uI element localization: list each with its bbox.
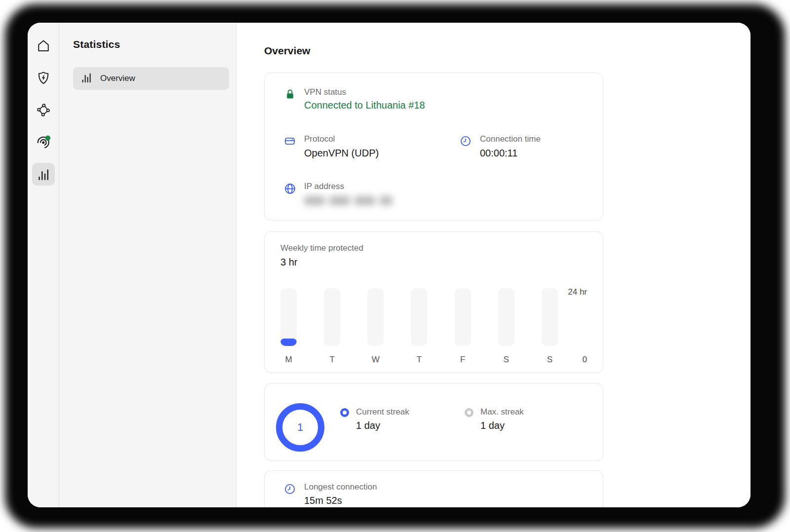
bar-column: S: [498, 288, 514, 365]
page-title: Overview: [264, 45, 750, 57]
bar-track: [455, 288, 471, 346]
bar-track: [280, 288, 297, 346]
protocol-card-icon: [283, 134, 296, 159]
connection-time-block: Connection time 00:00:11: [459, 134, 584, 159]
ip-address-label: IP address: [304, 181, 393, 191]
main-content: Overview VPN status Connected to Lithuan…: [237, 23, 750, 507]
rail-item-home[interactable]: [32, 35, 55, 57]
bar-column: F: [455, 288, 471, 365]
day-label: M: [285, 355, 292, 365]
bar-column: W: [367, 288, 384, 365]
rail-item-meshnet[interactable]: [32, 99, 55, 121]
current-streak-label: Current streak: [356, 407, 409, 417]
weekly-time-card: Weekly time protected 3 hr M T: [264, 231, 603, 373]
screen: Statistics Overview Overview: [0, 0, 790, 532]
bar-track: [367, 288, 384, 346]
vpn-status-value: Connected to Lithuania #18: [304, 100, 425, 111]
clock-icon: [459, 134, 472, 159]
longest-connection-label: Longest connection: [304, 482, 377, 492]
weekly-title: Weekly time protected: [280, 243, 587, 253]
bar-track: [411, 288, 427, 346]
bar-column: T: [411, 288, 427, 365]
panel-title: Statistics: [73, 38, 229, 50]
longest-connection-card: Longest connection 15m 52s: [264, 470, 603, 507]
day-label: F: [460, 355, 465, 365]
streak-card: 1 Current streak 1 day Max. streak: [264, 383, 603, 461]
connection-time-value: 00:00:11: [480, 147, 541, 159]
protocol-block: Protocol OpenVPN (UDP): [283, 134, 459, 159]
longest-connection-row: Longest connection 15m 52s: [283, 482, 584, 507]
streak-legend: Current streak 1 day Max. streak 1 day: [340, 407, 524, 460]
current-streak-value: 1 day: [356, 419, 409, 432]
axis-min-label: 0: [583, 355, 587, 365]
vpn-status-card: VPN status Connected to Lithuania #18: [264, 73, 603, 221]
day-label: T: [417, 355, 422, 365]
mesh-nodes-icon: [36, 103, 51, 117]
bar-chart-icon: [80, 71, 93, 86]
rail-item-dark-web-monitor[interactable]: [32, 131, 55, 153]
day-label: W: [372, 355, 380, 365]
day-label: T: [329, 355, 334, 365]
y-axis-labels: 24 hr 0: [558, 288, 587, 365]
max-streak-value: 1 day: [480, 419, 524, 432]
protocol-label: Protocol: [304, 134, 379, 144]
clock-icon: [283, 482, 296, 507]
radar-icon: [36, 134, 51, 150]
bar-column: M: [280, 288, 297, 365]
protocol-connection-row: Protocol OpenVPN (UDP) Connection: [283, 134, 584, 159]
bar-track: [324, 288, 340, 346]
bar-column: T: [324, 288, 340, 365]
bar-value-pill: [280, 339, 297, 346]
max-streak-label: Max. streak: [480, 407, 524, 417]
bar-column: S: [542, 288, 558, 365]
ip-address-redacted: [304, 196, 393, 205]
shield-bolt-icon: [36, 71, 51, 85]
app-window: Statistics Overview Overview: [28, 23, 750, 507]
vpn-status-label: VPN status: [304, 87, 425, 97]
day-label: S: [547, 355, 553, 365]
max-streak-item: Max. streak 1 day: [465, 407, 524, 460]
icon-rail: [28, 23, 59, 507]
bar-track: [498, 288, 514, 346]
bars-group: M T W T: [280, 288, 558, 365]
connection-time-label: Connection time: [480, 134, 541, 144]
home-icon: [36, 38, 51, 53]
sidebar-item-label: Overview: [100, 74, 135, 83]
streak-ring-value: 1: [297, 421, 303, 434]
globe-icon: [283, 181, 296, 205]
vpn-status-row: VPN status Connected to Lithuania #18: [283, 87, 584, 111]
protocol-value: OpenVPN (UDP): [304, 147, 379, 159]
max-streak-donut-icon: [465, 408, 474, 417]
weekly-total: 3 hr: [280, 256, 587, 268]
statistics-panel: Statistics Overview: [59, 23, 237, 507]
weekly-bar-chart: M T W T: [280, 288, 587, 365]
lock-icon: [283, 87, 296, 111]
current-streak-item: Current streak 1 day: [340, 407, 465, 460]
longest-connection-value: 15m 52s: [304, 494, 377, 507]
sidebar-item-overview[interactable]: Overview: [73, 67, 229, 90]
streak-ring: 1: [276, 403, 324, 452]
bar-chart-icon: [36, 167, 51, 182]
current-streak-donut-icon: [340, 408, 349, 417]
axis-max-label: 24 hr: [568, 287, 587, 297]
rail-item-statistics[interactable]: [32, 163, 55, 186]
rail-item-threat-protection[interactable]: [32, 67, 55, 89]
bar-track: [542, 288, 558, 346]
day-label: S: [504, 355, 509, 365]
ip-address-row: IP address: [283, 181, 584, 205]
